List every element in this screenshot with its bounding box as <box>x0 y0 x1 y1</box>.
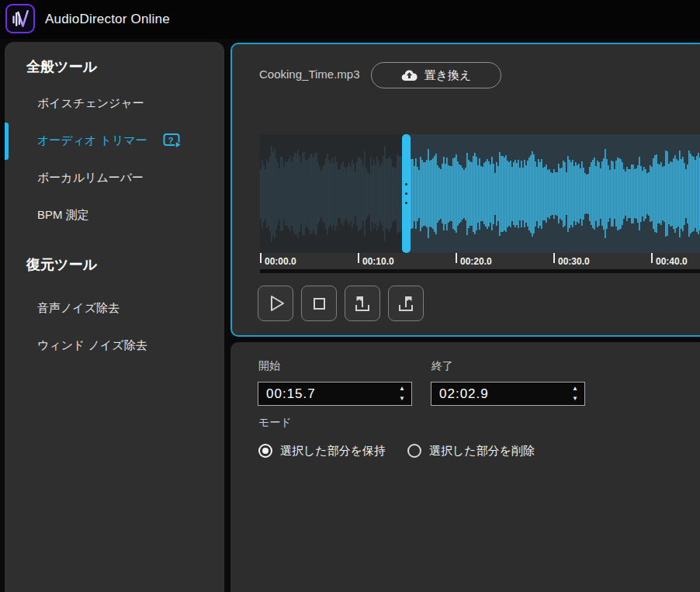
sidebar-item-voice-changer[interactable]: ボイスチェンジャー <box>5 91 224 116</box>
sidebar-item-bpm-measure[interactable]: BPM 測定 <box>5 203 224 227</box>
radio-selected-icon[interactable] <box>258 444 272 458</box>
mode-label: モード <box>258 416 292 430</box>
start-time-label: 開始 <box>258 359 280 373</box>
tutorial-video-icon[interactable]: ? <box>163 133 182 149</box>
handle-grip-dot <box>405 202 407 204</box>
end-time-field: ▲ ▼ <box>431 382 585 406</box>
mark-out-icon <box>395 293 417 314</box>
spinner-up-icon[interactable]: ▲ <box>399 386 405 392</box>
waveform-graph <box>260 134 700 253</box>
mode-option-keep[interactable]: 選択した部分を保持 <box>258 442 386 459</box>
ruler-tick-label: 00:00.0 <box>265 256 296 267</box>
ruler-tick <box>358 253 359 263</box>
mark-in-button[interactable] <box>345 286 380 321</box>
mark-in-icon <box>352 293 373 314</box>
ruler-tick-label: 00:30.0 <box>558 256 590 267</box>
start-time-field: ▲ ▼ <box>258 382 412 406</box>
radio-unselected-icon[interactable] <box>407 444 421 458</box>
start-time-input[interactable] <box>266 383 383 405</box>
cloud-upload-icon <box>401 69 418 81</box>
spinner-down-icon[interactable]: ▼ <box>572 396 578 402</box>
timeline-ruler: 00:00.000:10.000:20.000:30.000:40.0 <box>260 253 700 269</box>
spinner-up-icon[interactable]: ▲ <box>572 386 578 392</box>
replace-file-button[interactable]: 置き換え <box>371 62 501 88</box>
stop-icon <box>308 293 330 314</box>
trim-start-handle[interactable] <box>402 134 411 253</box>
sidebar-section-restore-tools: 復元ツール <box>5 252 224 277</box>
ruler-tick <box>456 253 457 263</box>
sidebar-section-general-tools: 全般ツール <box>5 54 224 79</box>
file-name: Cooking_Time.mp3 <box>259 68 360 81</box>
sidebar-item-vocal-remover[interactable]: ボーカルリムーバー <box>5 165 224 190</box>
spinner-down-icon[interactable]: ▼ <box>399 396 405 402</box>
end-time-spinner: ▲ ▼ <box>569 383 581 405</box>
sidebar-item-audio-denoise[interactable]: 音声ノイズ除去 <box>5 296 224 320</box>
trimmer-editor-panel: Cooking_Time.mp3 置き換え 00:00.000:10 <box>230 43 700 337</box>
mark-out-button[interactable] <box>388 286 424 321</box>
sidebar-item-audio-trimmer[interactable]: オーディオ トリマー ? <box>5 128 224 153</box>
ruler-tick-label: 00:10.0 <box>362 256 394 267</box>
trim-settings-panel: 開始 ▲ ▼ 終了 ▲ ▼ モード 選択した部分を保持 選択した部分を削除 <box>230 342 700 592</box>
ruler-tick <box>651 253 653 263</box>
waveform-display[interactable] <box>260 134 700 253</box>
play-button[interactable] <box>258 286 293 321</box>
waveform-widget: 00:00.000:10.000:20.000:30.000:40.0 <box>260 134 700 273</box>
handle-grip-dot <box>405 192 407 195</box>
app-logo-icon <box>5 4 35 33</box>
ruler-tick <box>553 253 555 263</box>
transport-controls <box>258 286 424 321</box>
ruler-tick-label: 00:40.0 <box>656 256 688 267</box>
ruler-tick <box>260 253 262 263</box>
app-window: AudioDirector Online 全般ツール ボイスチェンジャー オーデ… <box>0 0 700 592</box>
start-time-spinner: ▲ ▼ <box>396 383 408 405</box>
mode-option-delete[interactable]: 選択した部分を削除 <box>407 442 535 459</box>
end-time-label: 終了 <box>431 359 453 373</box>
ruler-tick-label: 00:20.0 <box>460 256 492 267</box>
stop-button[interactable] <box>301 286 337 321</box>
end-time-input[interactable] <box>439 383 556 405</box>
handle-grip-dot <box>405 183 407 185</box>
svg-text:?: ? <box>168 135 173 144</box>
app-title: AudioDirector Online <box>45 0 170 39</box>
play-icon <box>265 293 286 314</box>
waveform-baseline <box>260 269 700 273</box>
sidebar: 全般ツール ボイスチェンジャー オーディオ トリマー ? ボーカルリムーバー B… <box>5 42 224 592</box>
top-bar: AudioDirector Online <box>0 0 700 39</box>
sidebar-item-wind-denoise[interactable]: ウィンド ノイズ除去 <box>5 333 224 358</box>
